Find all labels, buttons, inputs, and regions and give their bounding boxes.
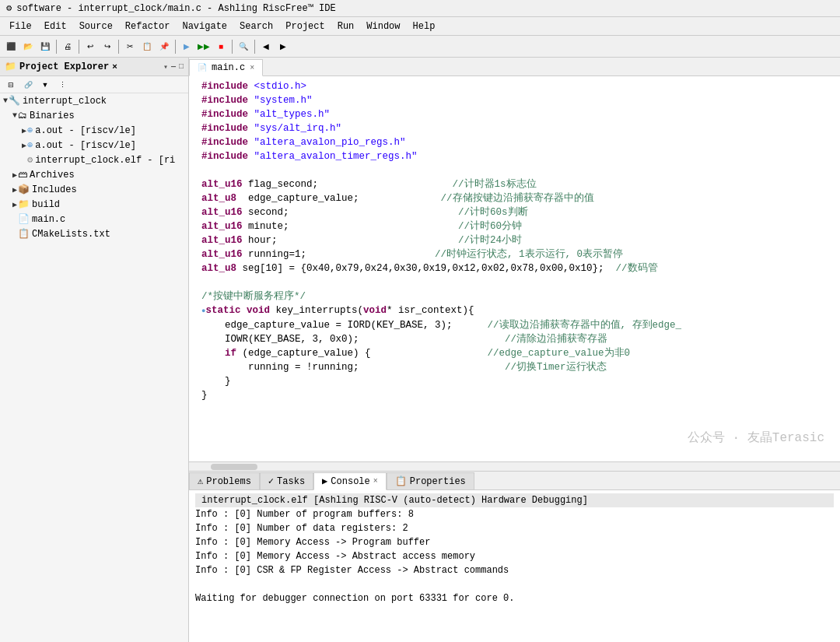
toolbar-search[interactable]: 🔍: [236, 39, 251, 54]
root-label: interrupt_clock: [23, 96, 107, 107]
toolbar-copy[interactable]: 📋: [139, 39, 155, 54]
aout1-icon: ⊕: [27, 125, 33, 136]
tree-link-editor[interactable]: 🔗: [20, 77, 36, 93]
binaries-arrow: ▼: [12, 111, 17, 120]
tree-item-archives[interactable]: ▶ 🗃 Archives: [0, 167, 188, 182]
code-text-18: edge_capture_value = IORD(KEY_BASE, 3); …: [189, 318, 681, 332]
code-text-6: #include "altera_avalon_timer_regs.h": [189, 149, 418, 163]
toolbar-debug[interactable]: ▶: [179, 39, 194, 54]
sidebar-tree: ▼ 🔧 interrupt_clock ▼ 🗂 Binaries ▶ ⊕ a.o…: [0, 93, 188, 642]
toolbar-prev[interactable]: ◀: [258, 39, 274, 54]
console-line-7: Waiting for debugger connection on port …: [195, 591, 834, 605]
menu-run[interactable]: Run: [331, 19, 361, 33]
toolbar-paste[interactable]: 📌: [156, 39, 172, 54]
menu-project[interactable]: Project: [279, 19, 331, 33]
tab-console[interactable]: ▶ Console ×: [313, 472, 387, 490]
tab-problems[interactable]: ⚠ Problems: [189, 472, 260, 489]
code-line-22: }: [189, 374, 840, 388]
bottom-tabs: ⚠ Problems ✓ Tasks ▶ Console × 📋 Prop: [189, 472, 840, 490]
toolbar-undo[interactable]: ↩: [82, 39, 98, 54]
aout1-label: a.out - [riscv/le]: [35, 125, 136, 136]
tree-item-elf[interactable]: ▶ ⚙ interrupt_clock.elf - [ri: [0, 153, 188, 167]
sidebar-title: Project Explorer: [19, 61, 109, 72]
tree-item-includes[interactable]: ▶ 📦 Includes: [0, 182, 188, 197]
code-line-3: #include "alt_types.h": [189, 107, 840, 121]
code-text-16: /*按键中断服务程序*/: [189, 289, 306, 303]
tab-mainc-close[interactable]: ×: [250, 64, 254, 72]
code-line-9: alt_u8 edge_capture_value; //存储按键边沿捕获寄存器…: [189, 191, 840, 205]
tab-tasks[interactable]: ✓ Tasks: [260, 472, 313, 489]
sidebar-minimize-btn[interactable]: —: [171, 62, 176, 72]
root-arrow: ▼: [3, 96, 8, 105]
mainc-icon: 📄: [18, 213, 30, 225]
toolbar-run[interactable]: ▶▶: [196, 39, 212, 54]
tree-item-cmake[interactable]: ▶ 📋 CMakeLists.txt: [0, 226, 188, 241]
toolbar-sep-4: [175, 40, 176, 54]
code-line-23: }: [189, 388, 840, 402]
tree-collapse-all[interactable]: ⊟: [3, 77, 19, 93]
console-header: interrupt_clock.elf [Ashling RISC-V (aut…: [195, 493, 834, 507]
toolbar-new[interactable]: ⬛: [3, 39, 19, 54]
tree-item-root[interactable]: ▼ 🔧 interrupt_clock: [0, 93, 188, 108]
console-line-6: [195, 577, 834, 591]
menu-file[interactable]: File: [3, 19, 38, 33]
toolbar-redo[interactable]: ↪: [100, 39, 115, 54]
menu-refactor[interactable]: Refactor: [119, 19, 177, 33]
menu-window[interactable]: Window: [360, 19, 406, 33]
menu-search[interactable]: Search: [233, 19, 279, 33]
tree-filter[interactable]: ▼: [37, 77, 53, 93]
editor-scroll-area: #include <stdio.h> #include "system.h" #…: [189, 76, 840, 642]
tree-item-build[interactable]: ▶ 📁 build: [0, 197, 188, 212]
menu-help[interactable]: Help: [407, 19, 442, 33]
code-text-8: alt_u16 flag_second; //计时器1s标志位: [189, 177, 537, 191]
toolbar-sep-2: [79, 40, 79, 54]
toolbar-next[interactable]: ▶: [275, 39, 291, 54]
toolbar-sep-6: [254, 40, 255, 54]
title-bar: ⚙ software - interrupt_clock/main.c - As…: [0, 0, 840, 17]
build-icon: 📁: [18, 198, 30, 210]
code-line-11: alt_u16 minute; //计时60分钟: [189, 219, 840, 233]
code-text-2: #include "system.h": [189, 93, 313, 107]
console-line-1: Info : [0] Number of program buffers: 8: [195, 507, 834, 521]
code-text-19: IOWR(KEY_BASE, 3, 0x0); //清除边沿捕获寄存器: [189, 332, 607, 346]
sidebar-maximize-btn[interactable]: □: [179, 62, 184, 72]
hscroll-thumb[interactable]: [211, 464, 257, 470]
tree-item-binaries[interactable]: ▼ 🗂 Binaries: [0, 108, 188, 123]
menu-edit[interactable]: Edit: [38, 19, 73, 33]
watermark: 公众号 · 友晶Terasic: [688, 430, 824, 446]
tasks-icon: ✓: [268, 475, 274, 487]
tab-properties[interactable]: 📋 Properties: [387, 472, 474, 489]
code-text-7: [189, 163, 208, 177]
code-text-22: }: [189, 374, 231, 388]
sidebar-collapse-btn[interactable]: ▾: [163, 62, 168, 72]
tab-mainc[interactable]: 📄 main.c ×: [189, 59, 263, 76]
editor[interactable]: #include <stdio.h> #include "system.h" #…: [189, 76, 840, 461]
project-icon: 🔧: [9, 95, 20, 107]
menu-navigate[interactable]: Navigate: [176, 19, 233, 33]
code-line-6: #include "altera_avalon_timer_regs.h": [189, 149, 840, 163]
toolbar-cut[interactable]: ✂: [122, 39, 138, 54]
build-label: build: [32, 199, 60, 210]
toolbar-open[interactable]: 📂: [20, 39, 36, 54]
includes-arrow: ▶: [12, 185, 17, 195]
toolbar-save[interactable]: 💾: [37, 39, 53, 54]
menu-bar: File Edit Source Refactor Navigate Searc…: [0, 17, 840, 36]
tree-menu[interactable]: ⋮: [54, 77, 70, 93]
console-icon: ▶: [322, 475, 327, 487]
toolbar-print[interactable]: 🖨: [60, 39, 75, 54]
editor-content: #include <stdio.h> #include "system.h" #…: [189, 76, 840, 405]
tree-item-aout1[interactable]: ▶ ⊕ a.out - [riscv/le]: [0, 123, 188, 138]
cmake-label: CMakeLists.txt: [32, 229, 110, 240]
tree-item-mainc[interactable]: ▶ 📄 main.c: [0, 212, 188, 226]
console-close[interactable]: ×: [373, 477, 378, 486]
menu-source[interactable]: Source: [73, 19, 119, 33]
problems-icon: ⚠: [198, 475, 203, 487]
code-line-21: running = !running; //切换Timer运行状态: [189, 360, 840, 374]
sidebar-close-btn[interactable]: ×: [112, 62, 117, 72]
code-text-12: alt_u16 hour; //计时24小时: [189, 233, 522, 247]
editor-hscrollbar[interactable]: [189, 461, 840, 471]
console-line-5: Info : [0] CSR & FP Register Access -> A…: [195, 563, 834, 577]
toolbar-stop[interactable]: ■: [213, 39, 229, 54]
code-line-15: [189, 275, 840, 289]
tree-item-aout2[interactable]: ▶ ⊕ a.out - [riscv/le]: [0, 138, 188, 153]
